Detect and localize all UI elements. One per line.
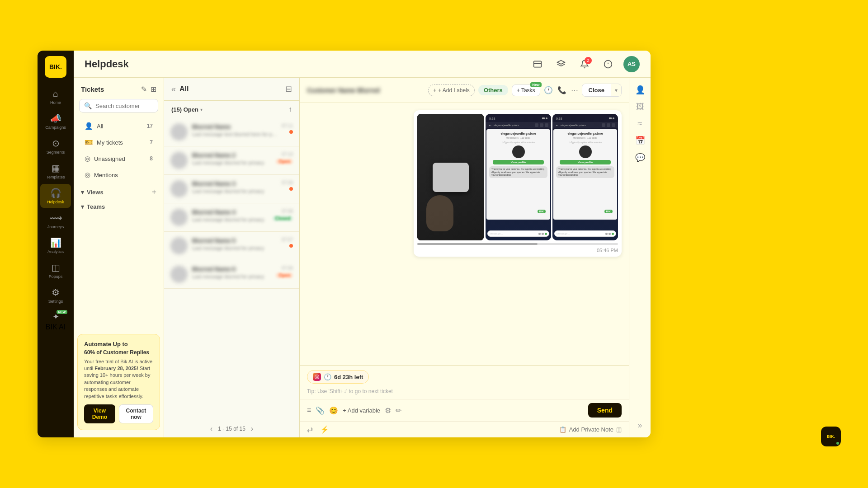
- views-add-icon[interactable]: +: [151, 188, 156, 197]
- sidebar-item-campaigns[interactable]: 📣 Campaigns: [40, 109, 71, 133]
- unread-dot: [289, 187, 293, 191]
- conversation-item[interactable]: Blurred Name 2 Last message blurred for …: [164, 146, 299, 175]
- add-labels-text: + Add Labels: [438, 87, 470, 94]
- ticket-nav-unassigned[interactable]: ◎ Unassigned 8: [77, 151, 160, 166]
- sidebar-item-segments[interactable]: ⊙ Segments: [40, 134, 71, 158]
- lightning-icon[interactable]: ⚡: [320, 425, 329, 434]
- sidebar-item-settings[interactable]: ⚙ Settings: [40, 283, 71, 307]
- edit-icon[interactable]: ⊞: [151, 85, 156, 94]
- tasks-btn-text: + Tasks: [517, 87, 535, 94]
- phone-icon[interactable]: 📞: [557, 86, 566, 94]
- add-private-note-btn[interactable]: 📋 Add Private Note ◫: [559, 426, 622, 433]
- settings-cog-icon[interactable]: ⚙: [385, 406, 391, 415]
- sidebar-item-home[interactable]: ⌂ Home: [40, 85, 71, 108]
- note-expand-icon: ◫: [616, 426, 622, 433]
- clock-icon[interactable]: 🕐: [544, 86, 553, 94]
- app-window: BIK. ⌂ Home 📣 Campaigns ⊙ Segments ▦ Tem…: [38, 51, 651, 437]
- connect-icon[interactable]: ⇄: [307, 425, 313, 434]
- conversation-item[interactable]: Blurred Name 6 Last message blurred for …: [164, 260, 299, 289]
- mentions-icon: ◎: [85, 171, 90, 179]
- close-button[interactable]: Close: [582, 84, 611, 96]
- sidebar-item-templates[interactable]: ▦ Templates: [40, 159, 71, 183]
- conversation-item[interactable]: Blurred Name 5 Last message blurred for …: [164, 232, 299, 260]
- sidebar-item-helpdesk[interactable]: 🎧 Helpdesk: [40, 184, 71, 208]
- settings-icon: ⚙: [52, 287, 60, 298]
- pagination-text: 1 - 15 of 15: [218, 426, 245, 432]
- journeys-icon: ⟿: [49, 212, 62, 223]
- inbox-icon-btn[interactable]: [529, 56, 546, 72]
- emoji-icon[interactable]: 😊: [329, 406, 338, 415]
- contact-now-button[interactable]: Contact now: [119, 404, 153, 423]
- conversation-item[interactable]: Blurred Name 3 Last message blurred for …: [164, 175, 299, 203]
- user-avatar[interactable]: AS: [623, 56, 640, 72]
- chat-header: Customer Name Blurred + + Add Labels Oth…: [300, 78, 629, 103]
- sidebar: BIK. ⌂ Home 📣 Campaigns ⊙ Segments ▦ Tem…: [38, 51, 74, 437]
- header: Helpdesk 2 AS: [74, 51, 651, 78]
- sidebar-label-journeys: Journeys: [47, 225, 64, 229]
- conversation-name: Blurred Name 4: [192, 209, 268, 216]
- attach-icon[interactable]: 📎: [316, 406, 325, 415]
- sidebar-item-popups[interactable]: ◫ Popups: [40, 258, 71, 282]
- conversations-header-left: « All: [171, 84, 189, 94]
- compose-icon[interactable]: ✎: [141, 85, 147, 94]
- unassigned-label: Unassigned: [94, 155, 125, 162]
- tasks-button[interactable]: New + Tasks: [512, 84, 540, 96]
- conversation-item[interactable]: Blurred Name Last message text blurred h…: [164, 118, 299, 146]
- phone-mockup-1: 9:38: [486, 114, 551, 240]
- conversation-preview: Last message text blurred here for priva…: [192, 131, 277, 137]
- conversation-avatar: [170, 180, 188, 197]
- calendar-icon[interactable]: 📅: [635, 136, 645, 145]
- trending-icon[interactable]: ≈: [638, 119, 642, 128]
- notification-icon-btn[interactable]: 2: [576, 56, 593, 72]
- open-badge[interactable]: (15) Open ▾: [171, 106, 203, 113]
- note-icon: 📋: [559, 426, 566, 433]
- ticket-nav-my-tickets[interactable]: 🎫 My tickets 7: [77, 135, 160, 150]
- svg-point-5: [316, 376, 318, 378]
- search-box[interactable]: 🔍: [79, 99, 158, 113]
- conversation-avatar: [170, 209, 188, 226]
- prev-page-btn[interactable]: ‹: [210, 425, 212, 433]
- next-page-btn[interactable]: ›: [251, 425, 253, 433]
- open-chevron-icon: ▾: [200, 107, 203, 112]
- chat-history-icon[interactable]: 💬: [635, 153, 645, 163]
- sidebar-item-bik-ai[interactable]: NEW ✦ BIK AI: [40, 308, 71, 335]
- user-profile-icon[interactable]: 👤: [635, 85, 645, 95]
- filter-icon[interactable]: ⊟: [285, 84, 292, 94]
- collapse-right-panel-btn[interactable]: »: [637, 421, 642, 430]
- collapse-conversations-icon[interactable]: «: [171, 84, 176, 94]
- add-note-text: Add Private Note: [569, 426, 613, 433]
- add-variable-btn[interactable]: + Add variable: [343, 407, 380, 414]
- draw-icon[interactable]: ✏: [396, 406, 401, 415]
- conversation-avatar: [170, 266, 188, 283]
- view-demo-button[interactable]: View Demo: [84, 404, 115, 423]
- ticket-nav-all[interactable]: 👤 All 17: [77, 118, 160, 134]
- teams-section[interactable]: ▾ Teams: [74, 199, 164, 212]
- conversation-item[interactable]: Blurred Name 4 Last message blurred for …: [164, 203, 299, 232]
- more-options-icon[interactable]: ⋯: [571, 86, 578, 94]
- sidebar-label-analytics: Analytics: [47, 249, 64, 254]
- bik-ai-float[interactable]: BIK.: [821, 427, 841, 446]
- unread-dot: [289, 130, 293, 134]
- bik-ai-status-dot: [835, 441, 840, 446]
- sidebar-logo[interactable]: BIK.: [45, 56, 66, 78]
- send-button[interactable]: Send: [588, 403, 622, 418]
- conversation-avatar: [170, 237, 188, 254]
- sidebar-label-home: Home: [50, 100, 61, 105]
- sort-icon[interactable]: ↑: [288, 105, 292, 113]
- layers-icon-btn[interactable]: [553, 56, 569, 72]
- add-labels-btn[interactable]: + + Add Labels: [428, 84, 475, 96]
- pagination: ‹ 1 - 15 of 15 ›: [164, 420, 299, 437]
- list-icon[interactable]: ≡: [307, 406, 311, 414]
- sidebar-item-analytics[interactable]: 📊 Analytics: [40, 234, 71, 258]
- ticket-nav-mentions[interactable]: ◎ Mentions: [77, 167, 160, 183]
- views-section[interactable]: ▾ Views +: [74, 183, 164, 199]
- views-section-label: ▾ Views: [81, 189, 104, 196]
- bik-ai-badge[interactable]: BIK.: [821, 427, 841, 446]
- image-icon[interactable]: 🖼: [636, 102, 644, 112]
- bell-icon-btn[interactable]: [600, 56, 616, 72]
- sidebar-item-journeys[interactable]: ⟿ Journeys: [40, 209, 71, 233]
- conversations-panel: « All ⊟ (15) Open ▾ ↑: [164, 78, 300, 437]
- search-input[interactable]: [95, 103, 171, 109]
- close-dropdown-arrow[interactable]: ▾: [611, 87, 621, 94]
- helpdesk-icon: 🎧: [50, 188, 61, 198]
